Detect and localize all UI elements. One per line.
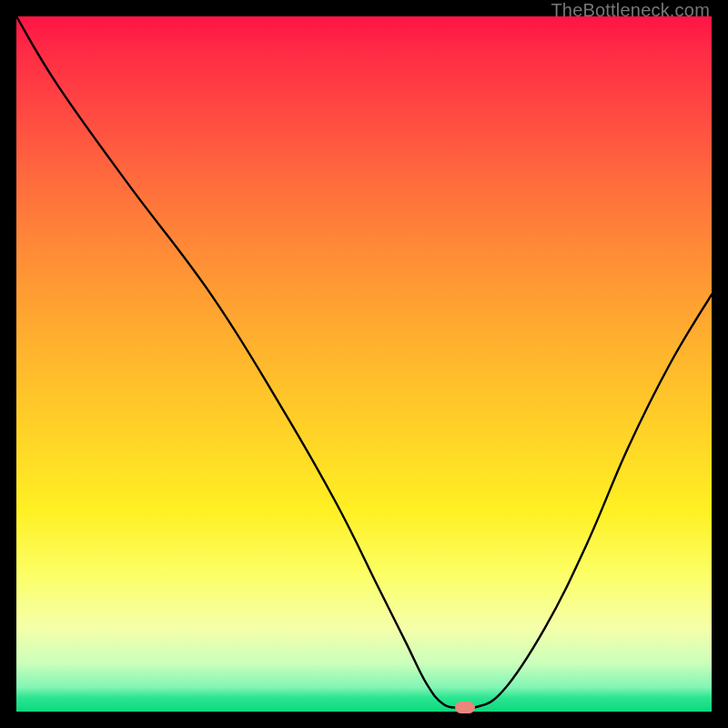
minimum-marker	[455, 702, 475, 713]
plot-area	[16, 16, 712, 712]
bottleneck-curve	[16, 16, 712, 712]
chart-container: TheBottleneck.com	[0, 0, 728, 728]
